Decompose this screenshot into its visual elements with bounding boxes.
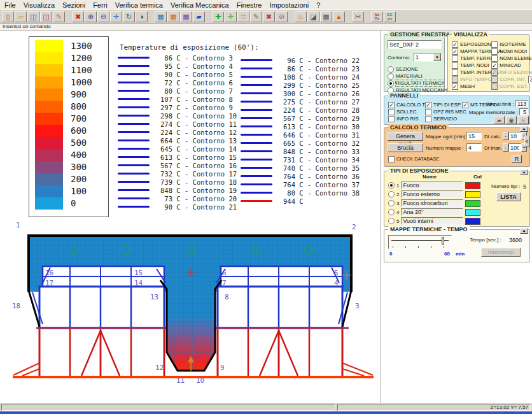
radio-icon[interactable] xyxy=(388,200,395,206)
radio-icon[interactable] xyxy=(388,66,394,73)
lista-button[interactable]: LISTA xyxy=(496,192,521,201)
checkbox-icon[interactable]: ✓ xyxy=(452,83,458,90)
side-arrow-button[interactable]: < xyxy=(524,136,529,147)
axial-force-button[interactable]: Nx Tx xyxy=(371,11,383,22)
checkbox-icon[interactable] xyxy=(388,116,395,122)
checkbox-icon[interactable] xyxy=(491,55,498,62)
flame-button[interactable]: ▲ xyxy=(333,11,345,22)
type-name-input[interactable] xyxy=(401,190,463,198)
menu-item-sezioni[interactable]: Sezioni xyxy=(59,1,88,9)
menu-item-verifica-meccanica[interactable]: Verifica Meccanica xyxy=(167,1,232,9)
checkbox-nomi-elementi[interactable]: NOMI ELEMENTI xyxy=(491,55,532,62)
radio-materiali[interactable]: MATERIALI xyxy=(388,73,451,80)
dt-trian-minus-button[interactable]: - xyxy=(503,143,508,152)
numero-mappe-input[interactable] xyxy=(466,143,482,152)
checkbox-icon[interactable] xyxy=(491,48,498,55)
edit-nodes-button[interactable]: ✎ xyxy=(250,11,262,22)
checkbox-copr-int[interactable]: COPR. INT. xyxy=(491,76,532,83)
checkbox-icon[interactable] xyxy=(491,76,498,83)
mappe-ogni-input[interactable] xyxy=(466,132,482,140)
checkbox-icon[interactable]: ✓ xyxy=(388,102,395,108)
dt-calc-minus-button[interactable]: - xyxy=(503,132,508,140)
checkbox-icon[interactable] xyxy=(452,62,458,69)
checkbox-icon[interactable] xyxy=(425,116,431,122)
checkbox-icon[interactable]: ✓ xyxy=(491,62,498,69)
menu-item-file[interactable]: File xyxy=(1,1,19,9)
table-button[interactable]: ▦ xyxy=(320,11,332,22)
radio-icon[interactable] xyxy=(388,191,395,197)
type-name-input[interactable] xyxy=(401,217,463,225)
checkbox-icon[interactable] xyxy=(425,109,431,115)
refresh-button[interactable]: ↻ xyxy=(123,11,135,22)
chevron-down-icon[interactable]: ▼ xyxy=(433,54,441,61)
type-name-input[interactable] xyxy=(401,182,463,189)
checkbox-icon[interactable]: ✓ xyxy=(491,69,498,76)
checkbox-minicad[interactable]: ✓MINICAD xyxy=(491,62,532,69)
scroll-up-button[interactable]: ▲ xyxy=(520,126,528,132)
thermal-map-button[interactable]: ▦ xyxy=(180,11,192,22)
checkbox-icon[interactable]: ✓ xyxy=(425,102,431,108)
check-database-row[interactable]: CHECK DATABASE xyxy=(388,155,439,162)
add-nodes-button[interactable]: ∷ xyxy=(237,11,249,22)
checkbox-icon[interactable] xyxy=(452,69,458,76)
window-name-input[interactable] xyxy=(388,40,442,49)
mesh-edit-button[interactable]: ▦ xyxy=(167,11,179,22)
checkbox-isoterme[interactable]: ISOTERME xyxy=(491,41,532,48)
interrompi-button[interactable]: Interrompi xyxy=(481,248,521,257)
menu-item-[interactable]: ? xyxy=(313,1,323,9)
zoom-out-button[interactable]: ⊖ xyxy=(97,11,109,22)
type-name-input[interactable] xyxy=(401,208,463,216)
exposure-type-row-5[interactable]: 5 xyxy=(388,217,490,225)
add-elements-button[interactable]: ✛ xyxy=(225,11,237,22)
dt-trian-input[interactable] xyxy=(508,143,521,152)
command-bar[interactable]: Inserisci un comando xyxy=(0,24,532,31)
radio-icon[interactable] xyxy=(388,80,394,87)
chart-button[interactable]: ≈ xyxy=(518,116,529,124)
checkbox-icon[interactable] xyxy=(388,109,395,115)
slider-thumb[interactable] xyxy=(442,237,444,245)
radio-icon[interactable] xyxy=(388,218,395,224)
check-database-checkbox[interactable] xyxy=(388,156,395,162)
menu-item-verifica-termica[interactable]: Verifica termica xyxy=(112,1,166,9)
r-button[interactable]: R xyxy=(512,155,522,163)
zoom-in-button[interactable]: ⊕ xyxy=(85,11,97,22)
checkbox-calcolo-t[interactable]: ✓CALCOLO T. xyxy=(388,101,426,108)
camera-button[interactable]: ◉ xyxy=(506,116,517,124)
radio-icon[interactable] xyxy=(388,182,395,189)
radio-icon[interactable] xyxy=(388,73,394,80)
command-prompt[interactable]: Inserisci un comando xyxy=(3,24,51,29)
radio-sezione[interactable]: SEZIONE xyxy=(388,66,451,73)
edit-pencil-button[interactable]: ✎ xyxy=(53,11,65,22)
new-document-button[interactable]: ▯ xyxy=(2,11,14,22)
menu-item-finestre[interactable]: Finestre xyxy=(234,1,265,9)
scroll-up-button[interactable]: ▲ xyxy=(520,169,528,175)
checkbox-sollec[interactable]: SOLLEC. xyxy=(388,108,426,115)
checkbox-icon[interactable]: ✓ xyxy=(452,41,458,48)
brucia-button[interactable]: Brucia xyxy=(388,143,423,152)
exposure-type-row-4[interactable]: 4 xyxy=(388,208,490,217)
mesh-view-button[interactable]: ▦ xyxy=(155,11,167,22)
checkbox-icon[interactable] xyxy=(491,83,498,90)
checkbox-nomi-nodi[interactable]: NOMI NODI xyxy=(491,48,532,55)
save-dxf-button[interactable]: ◫ xyxy=(40,11,52,22)
checkbox-icon[interactable] xyxy=(491,41,498,48)
menu-item-visualizza[interactable]: Visualizza xyxy=(20,1,58,9)
pan-button[interactable]: ✛ xyxy=(110,11,122,22)
copr-int-input[interactable] xyxy=(528,76,532,83)
menu-item-ferri[interactable]: Ferri xyxy=(90,1,111,9)
type-name-input[interactable] xyxy=(401,199,463,207)
delete-button[interactable]: ✖ xyxy=(72,11,84,22)
scroll-up-button[interactable]: ▲ xyxy=(520,228,528,234)
cut-button[interactable]: ✂ xyxy=(352,11,364,22)
contrast-button[interactable]: ◑ xyxy=(136,11,148,22)
disable-nodes-button[interactable]: ⊘ xyxy=(276,11,288,22)
checkbox-copr-est[interactable]: COPR. EST. xyxy=(491,83,532,90)
contorno-select[interactable]: 1 ▼ xyxy=(414,53,442,62)
checkbox-servizio[interactable]: SERVIZIO xyxy=(425,115,466,122)
checkbox-tipi-di-esp[interactable]: ✓TIPI DI ESP. xyxy=(425,101,466,108)
checkbox-icon[interactable]: ✓ xyxy=(452,48,458,55)
checkbox-info-sezione[interactable]: ✓INFO SEZIONE xyxy=(491,69,532,76)
add-element-button[interactable]: ✚ xyxy=(212,11,224,22)
checkbox-icon[interactable] xyxy=(452,76,458,83)
radio-icon[interactable] xyxy=(388,209,395,215)
